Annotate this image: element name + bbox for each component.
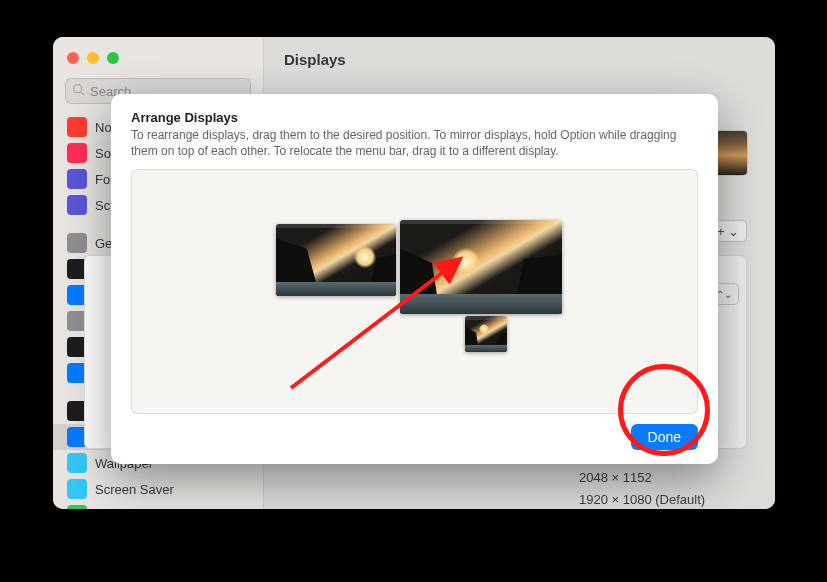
sidebar-item-icon bbox=[67, 195, 87, 215]
maximize-icon[interactable] bbox=[107, 52, 119, 64]
sidebar-item-icon bbox=[67, 453, 87, 473]
sidebar-item-label: Battery bbox=[95, 508, 136, 510]
svg-point-0 bbox=[74, 85, 82, 93]
svg-line-1 bbox=[81, 92, 84, 95]
search-icon bbox=[72, 83, 85, 99]
sidebar-item-battery[interactable]: Battery bbox=[53, 502, 263, 509]
dialog-footer: Done bbox=[131, 414, 698, 450]
dialog-description: To rearrange displays, drag them to the … bbox=[131, 127, 698, 159]
close-icon[interactable] bbox=[67, 52, 79, 64]
sidebar-item-icon bbox=[67, 505, 87, 509]
sidebar-item-icon bbox=[67, 479, 87, 499]
sidebar-item-icon bbox=[67, 117, 87, 137]
display-arrangement-area[interactable] bbox=[131, 169, 698, 414]
sidebar-item-screen-saver[interactable]: Screen Saver bbox=[53, 476, 263, 502]
dialog-title: Arrange Displays bbox=[131, 110, 698, 125]
arrange-displays-dialog: Arrange Displays To rearrange displays, … bbox=[111, 94, 718, 464]
display-2[interactable] bbox=[400, 220, 562, 314]
sidebar-item-label: Screen Saver bbox=[95, 482, 174, 497]
window-controls bbox=[53, 49, 263, 78]
sidebar-item-icon bbox=[67, 169, 87, 189]
done-button[interactable]: Done bbox=[631, 424, 698, 450]
sidebar-item-icon bbox=[67, 233, 87, 253]
display-1[interactable] bbox=[276, 224, 396, 296]
minimize-icon[interactable] bbox=[87, 52, 99, 64]
sidebar-item-icon bbox=[67, 143, 87, 163]
display-3[interactable] bbox=[465, 316, 507, 352]
